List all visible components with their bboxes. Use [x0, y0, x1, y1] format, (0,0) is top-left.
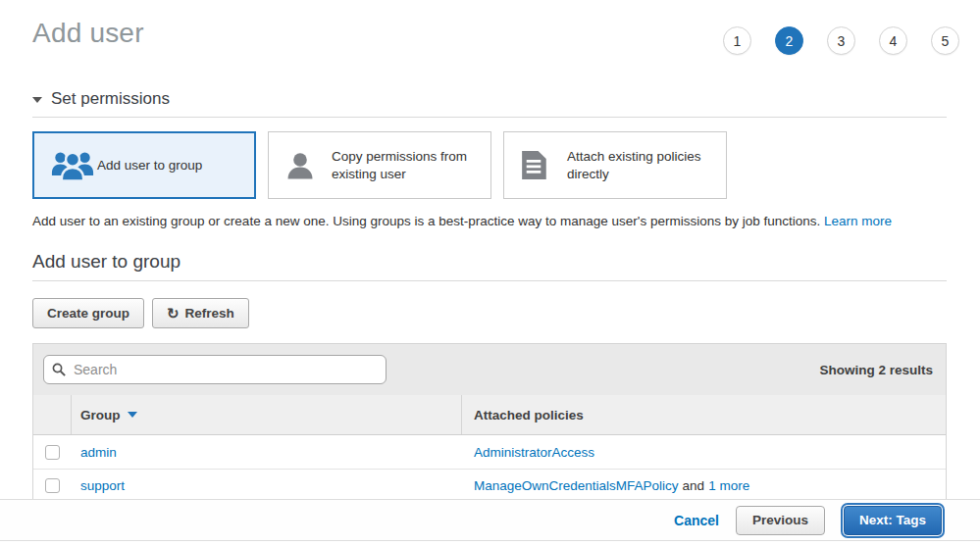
- divider: [32, 280, 947, 281]
- collapse-triangle-icon: [32, 97, 42, 103]
- divider: [32, 117, 947, 118]
- card-attach-policies[interactable]: Attach existing policies directly: [503, 131, 727, 199]
- description-text: Add user to an existing group or create …: [32, 214, 820, 228]
- group-icon: [50, 149, 97, 181]
- document-icon: [520, 150, 567, 180]
- refresh-label: Refresh: [185, 306, 234, 321]
- header-checkbox-cell: [33, 395, 72, 434]
- search-box: [43, 355, 387, 384]
- group-column-label: Group: [80, 408, 121, 422]
- group-toolbar: Create group ↻ Refresh: [32, 298, 947, 328]
- previous-button[interactable]: Previous: [736, 506, 825, 535]
- sort-desc-icon: [128, 412, 137, 418]
- learn-more-link[interactable]: Learn more: [824, 214, 892, 228]
- wizard-footer: Cancel Previous Next: Tags: [0, 499, 980, 541]
- card-label: Attach existing policies directly: [567, 148, 716, 182]
- group-link-support[interactable]: support: [80, 478, 125, 493]
- refresh-button[interactable]: ↻ Refresh: [152, 298, 249, 328]
- row-checkbox-admin[interactable]: [45, 445, 60, 460]
- table-controls: Showing 2 results: [33, 344, 946, 395]
- set-permissions-header[interactable]: Set permissions: [32, 89, 947, 109]
- more-policies-link[interactable]: 1 more: [708, 478, 749, 493]
- results-count: Showing 2 results: [819, 363, 936, 377]
- step-3[interactable]: 3: [827, 26, 855, 55]
- add-user-page: Add user 1 2 3 4 5 Set permissions: [0, 0, 980, 503]
- section-description: Add user to an existing group or create …: [32, 214, 947, 228]
- card-label: Copy permissions from existing user: [332, 148, 481, 182]
- card-copy-permissions[interactable]: Copy permissions from existing user: [268, 131, 491, 199]
- step-2-active[interactable]: 2: [775, 26, 803, 55]
- policy-link[interactable]: AdministratorAccess: [474, 445, 594, 460]
- add-user-to-group-title: Add user to group: [32, 251, 947, 273]
- permission-option-cards: Add user to group Copy permissions from …: [32, 131, 947, 199]
- and-text: and: [683, 478, 705, 493]
- table-header-row: Group Attached policies: [33, 395, 946, 435]
- policy-link[interactable]: ManageOwnCredentialsMFAPolicy: [474, 478, 679, 493]
- search-input[interactable]: [43, 355, 387, 384]
- table-row: support ManageOwnCredentialsMFAPolicyand…: [33, 469, 946, 502]
- group-link-admin[interactable]: admin: [80, 445, 117, 460]
- column-header-group[interactable]: Group: [72, 395, 462, 434]
- create-group-button[interactable]: Create group: [32, 298, 144, 328]
- cancel-link[interactable]: Cancel: [674, 513, 719, 528]
- wizard-steps: 1 2 3 4 5: [723, 26, 959, 55]
- set-permissions-title: Set permissions: [51, 89, 170, 109]
- refresh-icon: ↻: [167, 306, 180, 321]
- step-5[interactable]: 5: [931, 26, 959, 55]
- step-1[interactable]: 1: [723, 26, 751, 55]
- next-tags-button[interactable]: Next: Tags: [844, 506, 942, 535]
- page-title: Add user: [32, 18, 144, 49]
- card-add-user-to-group[interactable]: Add user to group: [32, 131, 256, 199]
- page-header: Add user 1 2 3 4 5: [32, 18, 947, 55]
- column-header-policies: Attached policies: [462, 408, 946, 422]
- row-checkbox-support[interactable]: [45, 478, 60, 493]
- groups-table: Showing 2 results Group Attached policie…: [32, 343, 947, 503]
- search-icon: [52, 363, 66, 380]
- table-row: admin AdministratorAccess: [33, 435, 946, 469]
- card-label: Add user to group: [97, 157, 202, 174]
- user-icon: [284, 150, 332, 181]
- step-4[interactable]: 4: [879, 26, 907, 55]
